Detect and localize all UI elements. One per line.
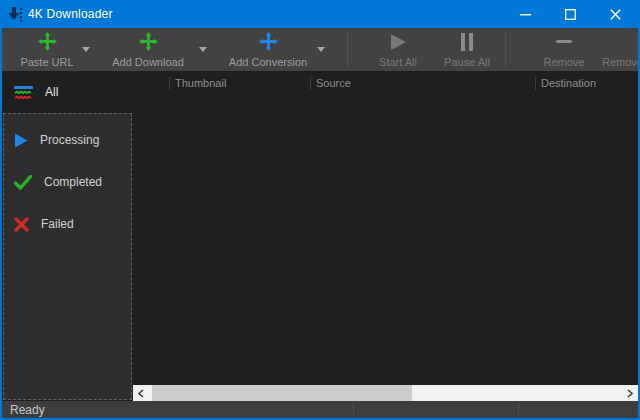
- add-conversion-dropdown-icon[interactable]: [314, 44, 328, 54]
- close-button[interactable]: [593, 0, 638, 28]
- scroll-left-icon[interactable]: [133, 385, 149, 401]
- column-header-destination[interactable]: Destination: [541, 77, 596, 89]
- remove-label: Remove: [544, 56, 585, 68]
- remove-all-button[interactable]: Remove: [602, 31, 640, 68]
- column-header-thumbnail[interactable]: Thumbnail: [175, 77, 226, 89]
- column-separator: [535, 77, 536, 90]
- start-all-button[interactable]: Start All: [368, 31, 428, 68]
- processing-play-icon: [14, 133, 28, 148]
- app-body: All Processing Completed: [2, 71, 638, 401]
- statusbar: Ready: [2, 401, 638, 418]
- app-window: 4K Downloader Paste URL: [0, 0, 640, 420]
- failed-cross-icon: [14, 217, 29, 232]
- add-download-label: Add Download: [112, 56, 184, 68]
- app-logo-icon: [2, 6, 28, 22]
- statusbar-separator: [518, 403, 519, 416]
- pause-all-icon: [460, 31, 474, 52]
- add-conversion-button[interactable]: Add Conversion: [228, 31, 308, 68]
- statusbar-separator: [353, 403, 354, 416]
- add-download-dropdown-icon[interactable]: [196, 44, 210, 54]
- sidebar-item-completed[interactable]: Completed: [4, 170, 131, 194]
- toolbar-separator: [347, 32, 348, 67]
- column-separator: [169, 77, 170, 90]
- titlebar: 4K Downloader: [2, 0, 638, 28]
- sidebar-item-label: Failed: [41, 217, 74, 231]
- toolbar: Paste URL Add Download Add Conversion: [2, 28, 638, 71]
- window-title: 4K Downloader: [28, 7, 113, 21]
- download-list: Thumbnail Source Destination: [133, 71, 638, 401]
- completed-check-icon: [14, 175, 32, 190]
- play-all-icon: [390, 31, 407, 52]
- sidebar-item-label: All: [45, 85, 58, 99]
- paste-url-dropdown-icon[interactable]: [79, 44, 93, 54]
- add-conversion-label: Add Conversion: [229, 56, 307, 68]
- maximize-button[interactable]: [548, 0, 593, 28]
- pause-all-label: Pause All: [444, 56, 490, 68]
- scroll-right-icon[interactable]: [622, 385, 638, 401]
- list-empty-area: [133, 96, 638, 385]
- column-separator: [310, 77, 311, 90]
- all-filter-icon: [14, 85, 33, 100]
- start-all-label: Start All: [379, 56, 417, 68]
- list-header-row: Thumbnail Source Destination: [133, 71, 638, 96]
- remove-button[interactable]: Remove: [534, 31, 594, 68]
- plus-icon: [38, 31, 57, 52]
- add-download-button[interactable]: Add Download: [108, 31, 188, 68]
- minimize-button[interactable]: [503, 0, 548, 28]
- column-header-source[interactable]: Source: [316, 77, 351, 89]
- toolbar-separator: [505, 32, 506, 67]
- sidebar-item-label: Completed: [44, 175, 102, 189]
- sidebar-item-processing[interactable]: Processing: [4, 128, 131, 152]
- paste-url-label: Paste URL: [20, 56, 73, 68]
- status-text: Ready: [10, 403, 45, 417]
- sidebar-item-label: Processing: [40, 133, 99, 147]
- sidebar-item-failed[interactable]: Failed: [4, 212, 131, 236]
- plus-icon: [259, 31, 278, 52]
- remove-minus-icon: [556, 31, 572, 52]
- plus-icon: [139, 31, 158, 52]
- remove-all-label: Remove: [602, 56, 640, 68]
- paste-url-button[interactable]: Paste URL: [16, 31, 78, 68]
- horizontal-scrollbar[interactable]: [133, 385, 638, 401]
- sidebar: All Processing Completed: [2, 71, 133, 401]
- sidebar-item-all[interactable]: All: [2, 71, 133, 113]
- pause-all-button[interactable]: Pause All: [437, 31, 497, 68]
- sidebar-filter-panel: Processing Completed Failed: [3, 113, 132, 400]
- scrollbar-thumb[interactable]: [152, 385, 412, 401]
